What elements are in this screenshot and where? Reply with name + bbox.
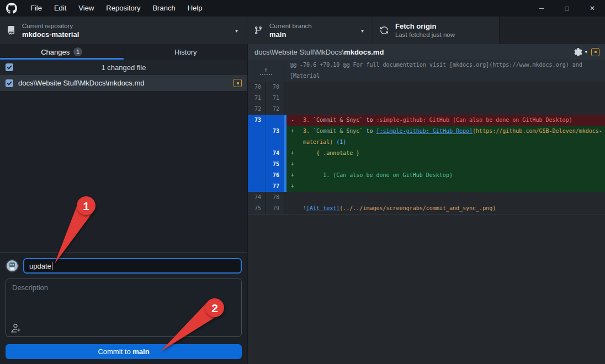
diff-row-added[interactable]: 73+3. `Commit & Snyc` to [:simple-github… <box>248 126 605 148</box>
toolbar: Current repository mkdocs-material ▾ Cur… <box>0 17 605 44</box>
add-coauthor-icon[interactable] <box>11 323 20 333</box>
current-branch-button[interactable]: Current branch main ▾ <box>247 17 373 44</box>
line-number-old <box>248 159 266 170</box>
diff-row-added[interactable]: 74+ { .annotate } <box>248 148 605 159</box>
diff-marker: + <box>291 126 303 148</box>
diff-row-added[interactable]: 77+ <box>248 181 605 192</box>
sidebar-tabs: Changes 1 History <box>0 44 247 60</box>
diff-marker: + <box>291 148 303 159</box>
commit-button-prefix: Commit to <box>98 347 132 356</box>
diff-marker: - <box>291 115 303 126</box>
diff-row-context[interactable]: 7478 <box>248 192 605 203</box>
diff-row-context[interactable]: 7579![Alt text](../../images/screengrabs… <box>248 203 605 214</box>
branch-name: main <box>269 30 312 39</box>
line-number-new <box>266 115 284 126</box>
diff-line-text: 1. (Can also be done on GitHub Desktop) <box>303 170 605 181</box>
diff-line-text <box>303 82 605 93</box>
modified-status-icon <box>591 48 599 56</box>
diff-row-added[interactable]: 76+ 1. (Can also be done on GitHub Deskt… <box>248 170 605 181</box>
tab-changes-label: Changes <box>41 48 70 56</box>
chevron-down-icon: ▾ <box>585 49 587 55</box>
tab-changes[interactable]: Changes 1 <box>0 44 124 60</box>
modified-status-icon <box>233 79 242 87</box>
github-desktop-window: FileEditViewRepositoryBranchHelp ─□✕ Cur… <box>0 0 605 364</box>
close-button[interactable]: ✕ <box>580 0 605 17</box>
expand-hunk-button[interactable]: ↑ <box>248 60 284 82</box>
window-controls: ─□✕ <box>529 0 605 17</box>
diff-row-context[interactable]: 7171 <box>248 93 605 104</box>
line-number-new: 74 <box>266 148 284 159</box>
diff-row-context[interactable]: 7272 <box>248 104 605 115</box>
toolbar-empty-area <box>500 17 605 44</box>
menu-item-file[interactable]: File <box>24 0 48 17</box>
menubar: FileEditViewRepositoryBranchHelp ─□✕ <box>0 0 605 17</box>
changed-files-header: 1 changed file <box>0 60 247 75</box>
commit-description-box <box>6 279 242 337</box>
text-caret <box>52 262 52 270</box>
github-logo-icon <box>6 3 17 14</box>
line-number-new: 75 <box>266 159 284 170</box>
diff-file-name: mkdocs.md <box>344 48 384 56</box>
line-number-new: 72 <box>266 104 284 115</box>
line-number-new: 76 <box>266 170 284 181</box>
menu-item-repository[interactable]: Repository <box>100 0 146 17</box>
file-checkbox[interactable] <box>6 79 13 87</box>
diff-marker <box>291 82 303 93</box>
line-number-old <box>248 148 266 159</box>
branch-label: Current branch <box>269 22 312 30</box>
maximize-button[interactable]: □ <box>554 0 580 17</box>
current-repository-button[interactable]: Current repository mkdocs-material ▾ <box>0 17 247 44</box>
diff-line-text <box>303 192 605 203</box>
line-number-old: 71 <box>248 93 266 104</box>
tab-history-label: History <box>174 48 197 56</box>
changes-count-badge: 1 <box>73 47 82 56</box>
diff-marker <box>291 203 303 214</box>
menu-item-edit[interactable]: Edit <box>48 0 72 17</box>
line-number-old <box>248 170 266 181</box>
menu-item-branch[interactable]: Branch <box>146 0 181 17</box>
changed-file-row[interactable]: docs\Website Stuff\MkDocs\mkdocs.md <box>0 75 247 91</box>
line-number-new: 78 <box>266 192 284 203</box>
repo-label: Current repository <box>22 22 79 30</box>
commit-button-branch: main <box>132 347 149 356</box>
diff-line-text: ![Alt text](../../images/screengrabs/com… <box>303 203 605 214</box>
diff-row-removed[interactable]: 73-3. `Commit & Snyc` to :simple-github:… <box>248 115 605 126</box>
commit-form: Commit to main <box>0 252 247 364</box>
menu-item-help[interactable]: Help <box>182 0 209 17</box>
diff-file-header: docs\Website Stuff\MkDocs\mkdocs.md ▾ <box>248 44 605 60</box>
diff-marker: + <box>291 170 303 181</box>
line-number-old: 75 <box>248 203 266 214</box>
changes-sidebar: Changes 1 History 1 changed file docs\We… <box>0 44 247 364</box>
repo-name: mkdocs-material <box>22 30 79 39</box>
fetch-title: Fetch origin <box>395 22 455 31</box>
expand-up-icon: ↑ <box>264 67 268 73</box>
fetch-origin-button[interactable]: Fetch origin Last fetched just now <box>373 17 500 44</box>
hunk-header-text: @@ -70,6 +70,10 @@ For full documentatio… <box>284 60 605 82</box>
diff-options-button[interactable]: ▾ <box>574 48 587 56</box>
changed-file-list: docs\Website Stuff\MkDocs\mkdocs.md <box>0 75 247 91</box>
menu-items: FileEditViewRepositoryBranchHelp <box>24 0 208 17</box>
diff-line-text <box>303 159 605 170</box>
diff-row-context[interactable]: 7070 <box>248 82 605 93</box>
diff-line-text: 3. `Commit & Snyc` to :simple-github: Gi… <box>303 115 605 126</box>
select-all-checkbox[interactable] <box>6 63 13 71</box>
diff-row-hunk[interactable]: ↑@@ -70,6 +70,10 @@ For full documentati… <box>248 60 605 82</box>
chevron-down-icon: ▾ <box>361 28 364 34</box>
chevron-down-icon: ▾ <box>235 28 238 34</box>
minimize-button[interactable]: ─ <box>529 0 554 17</box>
changed-files-count: 1 changed file <box>102 63 146 72</box>
commit-description-input[interactable] <box>6 279 241 323</box>
diff-content: ↑@@ -70,6 +70,10 @@ For full documentati… <box>248 60 605 215</box>
diff-line-text <box>303 181 605 192</box>
sync-icon <box>380 26 389 35</box>
diff-line-text <box>303 104 605 115</box>
avatar <box>6 259 19 272</box>
diff-marker <box>291 192 303 203</box>
diff-row-added[interactable]: 75+ <box>248 159 605 170</box>
commit-summary-input[interactable] <box>23 258 242 274</box>
diff-line-text: { .annotate } <box>303 148 605 159</box>
commit-button[interactable]: Commit to main <box>6 344 242 359</box>
tab-history[interactable]: History <box>124 44 248 60</box>
menu-item-view[interactable]: View <box>72 0 100 17</box>
line-number-old: 70 <box>248 82 266 93</box>
